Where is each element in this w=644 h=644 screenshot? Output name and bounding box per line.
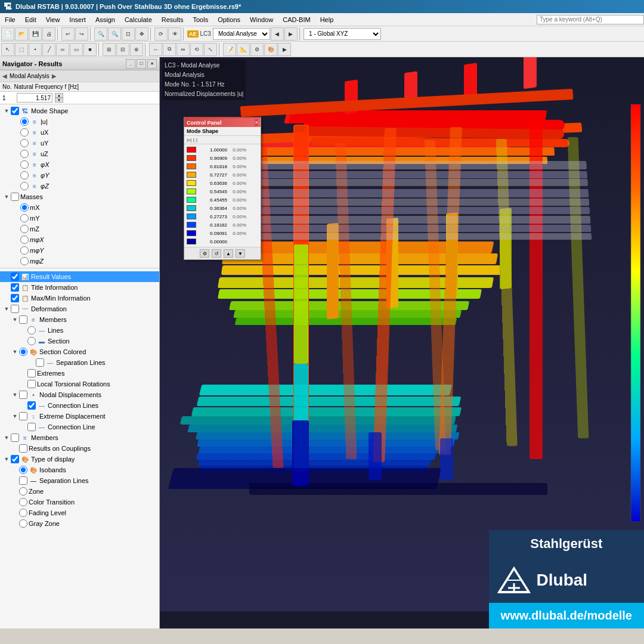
tree-zone[interactable]: Zone [0, 486, 159, 497]
line-button[interactable]: ╱ [42, 43, 55, 56]
gz-radio[interactable] [19, 519, 27, 528]
node-button[interactable]: • [29, 43, 42, 56]
nav-minimize-btn[interactable]: _ [126, 59, 135, 69]
tree-sep-lines2[interactable]: — Separation Lines [0, 475, 159, 486]
menu-results[interactable]: Results [157, 15, 188, 24]
def-checkbox[interactable] [11, 305, 19, 313]
menu-file[interactable]: File [0, 15, 20, 24]
sc-radio[interactable] [19, 348, 27, 356]
menu-help[interactable]: Help [315, 15, 339, 24]
mm-checkbox[interactable] [11, 294, 19, 302]
zoom-in-button[interactable]: 🔍 [94, 27, 107, 41]
tree-uz[interactable]: ≡ uZ [0, 148, 159, 159]
zoom-out-button[interactable]: 🔍 [108, 27, 121, 41]
ed-expand[interactable]: ▼ [11, 413, 19, 419]
tree-type-display[interactable]: ▼ 🎨 Type of display [0, 454, 159, 465]
phix-radio[interactable] [20, 160, 29, 169]
menu-assign[interactable]: Assign [91, 15, 120, 24]
phiy-radio[interactable] [20, 171, 29, 179]
lt-checkbox[interactable] [27, 380, 36, 388]
tree-masses[interactable]: ▼ Masses [0, 191, 159, 202]
tree-extreme-disp[interactable]: ▼ ↕ Extreme Displacement [0, 411, 159, 422]
freq-spinner[interactable]: ▲ ▼ [55, 93, 63, 103]
tree-phiz[interactable]: ≡ φZ [0, 181, 159, 191]
layers-button[interactable]: ⊟ [116, 43, 129, 56]
masses-expand[interactable]: ▼ [2, 194, 11, 200]
print-button[interactable]: 🖨 [42, 27, 55, 41]
tree-mode-shape[interactable]: ▼ 🏗 Mode Shape [0, 106, 159, 116]
phiz-radio[interactable] [20, 182, 29, 190]
measure-button[interactable]: 📐 [237, 43, 250, 56]
cp-close-btn[interactable]: × [255, 119, 258, 126]
masses-checkbox[interactable] [11, 193, 19, 201]
menu-cadbim[interactable]: CAD-BIM [278, 15, 315, 24]
move-button[interactable]: ↔ [149, 43, 162, 56]
settings-button[interactable]: ⚙ [250, 43, 264, 56]
annotation-button[interactable]: 📝 [223, 43, 236, 56]
tree-results-couplings[interactable]: Results on Couplings [0, 443, 159, 454]
nd-expand[interactable]: ▼ [11, 392, 19, 398]
tree-nodal-disp[interactable]: ▼ • Nodal Displacements [0, 389, 159, 400]
tree-connection-lines[interactable]: — Connection Lines [0, 400, 159, 411]
nav-close-btn[interactable]: × [147, 59, 157, 69]
analysis-dropdown[interactable]: Modal Analyse [213, 28, 270, 40]
rotate3d-button[interactable]: ⟲ [190, 43, 203, 56]
ed-checkbox[interactable] [19, 412, 27, 420]
surface-button[interactable]: ▭ [70, 43, 83, 56]
nav-prev-arrow[interactable]: ◀ [2, 73, 7, 79]
tree-fading-level[interactable]: Fading Level [0, 507, 159, 518]
save-button[interactable]: 💾 [29, 27, 42, 41]
tree-mz[interactable]: mZ [0, 224, 159, 234]
zone-radio[interactable] [19, 487, 27, 496]
animation-button[interactable]: ▶ [278, 43, 291, 56]
mirror-button[interactable]: ⇔ [177, 43, 190, 56]
m2-checkbox[interactable] [11, 434, 19, 442]
pan-button[interactable]: ✥ [135, 27, 148, 41]
rotate-button[interactable]: ⟳ [154, 27, 168, 41]
cp-settings-btn[interactable]: ⚙ [200, 249, 209, 258]
my-radio[interactable] [20, 214, 29, 222]
ux-radio[interactable] [20, 128, 29, 137]
def-expand[interactable]: ▼ [2, 306, 11, 312]
tree-u[interactable]: ≡ |u| [0, 116, 159, 127]
sl-checkbox[interactable] [36, 358, 44, 367]
nav-next-arrow[interactable]: ▶ [52, 73, 57, 79]
menu-search-input[interactable] [537, 15, 644, 24]
tree-uy[interactable]: ≡ uY [0, 138, 159, 148]
ext-checkbox[interactable] [27, 369, 36, 377]
tree-phix[interactable]: ≡ φX [0, 159, 159, 170]
freq-up-btn[interactable]: ▲ [55, 93, 63, 98]
next-lc-button[interactable]: ▶ [284, 27, 298, 41]
prev-lc-button[interactable]: ◀ [271, 27, 284, 41]
mode-shape-checkbox[interactable] [11, 107, 19, 115]
viewport[interactable]: LC3 - Modal Analyse Modal Analysis Mode … [160, 57, 644, 628]
tree-conn-line[interactable]: — Connection Line [0, 422, 159, 432]
menu-calculate[interactable]: Calculate [120, 15, 157, 24]
menu-view[interactable]: View [41, 15, 65, 24]
tree-mx[interactable]: mX [0, 202, 159, 213]
lines-radio[interactable] [27, 326, 36, 335]
solid-button[interactable]: ■ [83, 43, 97, 56]
tree-result-values[interactable]: 📊 Result Values [0, 271, 159, 282]
tree-color-transition[interactable]: Color Transition [0, 497, 159, 507]
tree-lines[interactable]: — Lines [0, 325, 159, 336]
fl-radio[interactable] [19, 509, 27, 517]
menu-edit[interactable]: Edit [20, 15, 41, 24]
mx-radio[interactable] [20, 203, 29, 212]
ecl-checkbox[interactable] [27, 423, 36, 431]
scale-button[interactable]: ⤡ [204, 43, 217, 56]
td-checkbox[interactable] [11, 455, 19, 463]
cp-up-btn[interactable]: ▲ [224, 249, 233, 258]
menu-options[interactable]: Options [213, 15, 245, 24]
expand-icon[interactable]: ▼ [2, 108, 11, 114]
tree-maxmin-info[interactable]: 📋 Max/Min Information [0, 293, 159, 304]
menu-insert[interactable]: Insert [64, 15, 91, 24]
mdef-checkbox[interactable] [19, 315, 27, 324]
menu-tools[interactable]: Tools [188, 15, 213, 24]
select-all-button[interactable]: ⬚ [15, 43, 28, 56]
undo-button[interactable]: ↩ [61, 27, 75, 41]
tree-section-colored[interactable]: ▼ 🎨 Section Colored [0, 346, 159, 357]
filter-button[interactable]: ⊕ [130, 43, 143, 56]
rc-checkbox[interactable] [19, 444, 27, 453]
mz-radio[interactable] [20, 225, 29, 233]
